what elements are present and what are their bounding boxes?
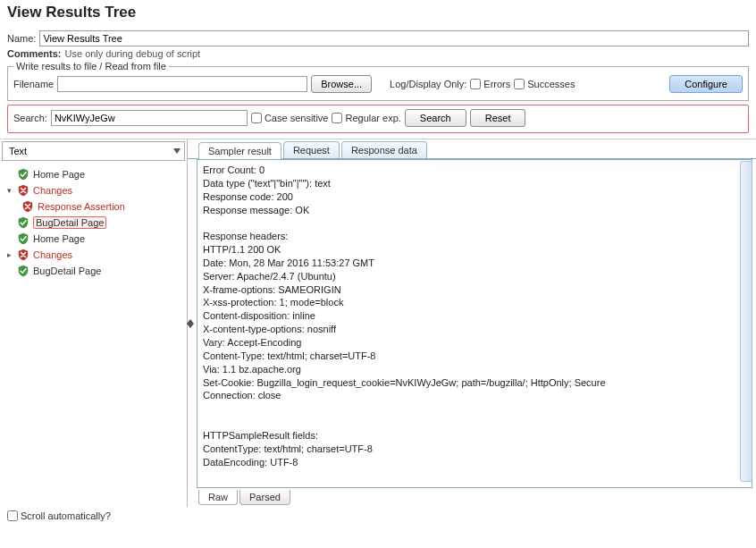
name-label: Name: (7, 33, 36, 44)
comments-value: Use only during debug of script (65, 48, 201, 59)
vertical-scrollbar[interactable] (740, 161, 752, 482)
filename-input[interactable] (57, 76, 307, 92)
successes-checkbox[interactable]: Successes (514, 79, 575, 89)
success-icon (17, 216, 29, 229)
regex-checkbox[interactable]: Regular exp. (332, 113, 400, 123)
filename-label: Filename (13, 79, 54, 89)
comments-label: Comments: (7, 48, 62, 59)
renderer-value (6, 145, 170, 157)
search-area: Search: Case sensitive Regular exp. Sear… (7, 105, 749, 133)
tree-item[interactable]: Home Page (2, 166, 185, 182)
tree-item-label: Changes (33, 185, 72, 196)
scroll-auto-checkbox[interactable]: Scroll automatically? (7, 510, 111, 521)
bottom-tab-raw[interactable]: Raw (198, 490, 238, 505)
success-icon (17, 265, 29, 277)
results-tree[interactable]: Home Page▾ChangesResponse AssertionBugDe… (0, 163, 187, 507)
tree-item-label: Changes (33, 249, 72, 260)
chevron-down-icon (173, 148, 181, 154)
tree-item-label: BugDetail Page (33, 216, 106, 229)
error-icon (17, 184, 29, 197)
tree-item-label: Home Page (33, 233, 85, 244)
write-results-legend: Write results to file / Read from file (13, 61, 169, 72)
tab-request[interactable]: Request (283, 141, 340, 158)
search-input[interactable] (51, 110, 248, 126)
tree-item[interactable]: ▾Changes (2, 182, 185, 198)
success-icon (17, 168, 29, 181)
error-icon (21, 200, 34, 213)
tree-item[interactable]: BugDetail Page (2, 263, 185, 279)
reset-button[interactable]: Reset (470, 109, 526, 127)
errors-checkbox[interactable]: Errors (470, 79, 510, 89)
logdisplay-label: Log/Display Only: (390, 79, 466, 89)
search-label: Search: (13, 113, 47, 123)
toggle-collapsed-icon[interactable]: ▸ (5, 251, 13, 259)
result-text-pane[interactable]: Error Count: 0 Data type ("text"|"bin"|"… (197, 159, 752, 488)
tree-item-label: Home Page (33, 169, 85, 180)
bottom-tab-parsed[interactable]: Parsed (239, 490, 290, 505)
toggle-expanded-icon[interactable]: ▾ (5, 187, 13, 195)
tree-item[interactable]: Home Page (2, 231, 185, 247)
tree-item[interactable]: ▸Changes (2, 247, 185, 263)
browse-button[interactable]: Browse... (311, 75, 372, 93)
search-button[interactable]: Search (405, 109, 466, 127)
tab-sampler-result[interactable]: Sampler result (198, 142, 281, 159)
tab-response-data[interactable]: Response data (341, 141, 427, 158)
tree-item[interactable]: BugDetail Page (2, 215, 185, 231)
tree-item[interactable]: Response Assertion (2, 198, 185, 215)
write-results-fieldset: Write results to file / Read from file F… (7, 61, 749, 101)
split-handle[interactable] (187, 141, 194, 505)
success-icon (17, 232, 29, 245)
case-sensitive-checkbox[interactable]: Case sensitive (251, 113, 329, 123)
error-icon (17, 249, 29, 261)
renderer-dropdown[interactable] (2, 141, 185, 161)
tree-item-label: Response Assertion (38, 201, 125, 212)
configure-button[interactable]: Configure (669, 75, 743, 93)
name-input[interactable] (39, 30, 749, 46)
page-title: View Results Tree (0, 0, 756, 27)
tree-item-label: BugDetail Page (33, 266, 101, 276)
